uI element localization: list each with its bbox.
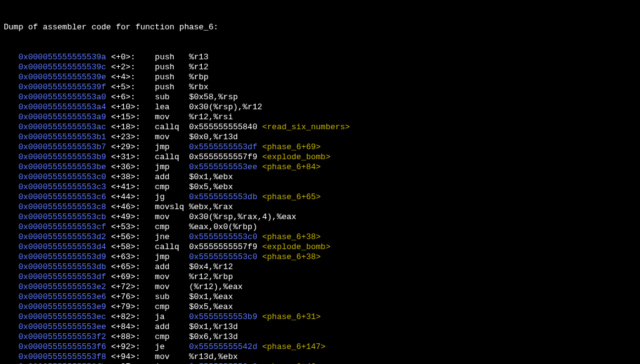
asm-row: 0x000055555555539e <+4>: push %rbp xyxy=(4,72,636,82)
asm-address: 0x00005555555553f8 xyxy=(18,352,106,362)
asm-row: 0x000055555555539a <+0>: push %r13 xyxy=(4,52,636,62)
asm-row: 0x00005555555553cf <+53>: cmp %eax,0x0(%… xyxy=(4,222,636,232)
asm-mnemonic: mov xyxy=(155,352,189,362)
asm-offset: <+65>: xyxy=(106,262,155,272)
asm-address: 0x00005555555553c6 xyxy=(18,192,106,202)
asm-mnemonic: sub xyxy=(155,92,189,102)
asm-operands: 0x30(%rsp),%r12 xyxy=(189,102,262,112)
asm-address: 0x00005555555553ee xyxy=(18,322,106,332)
jump-address: 0x5555555553df xyxy=(189,142,257,152)
asm-mnemonic: callq xyxy=(155,122,189,132)
asm-address: 0x00005555555553be xyxy=(18,162,106,172)
asm-operands: 0x5555555557f9 xyxy=(189,242,257,252)
symbol-ref: <phase_6+31> xyxy=(262,312,321,322)
asm-mnemonic: lea xyxy=(155,102,189,112)
asm-offset: <+92>: xyxy=(106,342,155,352)
asm-address: 0x00005555555553a0 xyxy=(18,92,106,102)
asm-mnemonic: mov xyxy=(155,132,189,142)
asm-address: 0x00005555555553cf xyxy=(18,222,106,232)
asm-mnemonic: mov xyxy=(155,212,189,222)
jump-address: 0x5555555553c0 xyxy=(189,232,257,242)
asm-operands: $0x0,%r13d xyxy=(189,132,238,142)
symbol-ref: <explode_bomb> xyxy=(262,242,331,252)
asm-mnemonic: mov xyxy=(155,112,189,122)
asm-address: 0x00005555555553c0 xyxy=(18,172,106,182)
asm-mnemonic: add xyxy=(155,262,189,272)
asm-mnemonic: movslq xyxy=(155,202,189,212)
symbol-ref: <phase_6+69> xyxy=(262,142,321,152)
row-indent xyxy=(4,72,18,82)
row-indent xyxy=(4,112,18,122)
asm-row: 0x00005555555553b9 <+31>: callq 0x555555… xyxy=(4,152,636,162)
asm-row: 0x00005555555553c8 <+46>: movslq %ebx,%r… xyxy=(4,202,636,212)
asm-address: 0x00005555555553b7 xyxy=(18,142,106,152)
asm-row: 0x00005555555553e9 <+79>: cmp $0x5,%eax xyxy=(4,302,636,312)
asm-address: 0x00005555555553db xyxy=(18,262,106,272)
asm-mnemonic: mov xyxy=(155,282,189,292)
row-indent xyxy=(4,282,18,292)
asm-offset: <+10>: xyxy=(106,102,155,112)
asm-offset: <+69>: xyxy=(106,272,155,282)
asm-offset: <+36>: xyxy=(106,162,155,172)
asm-row: 0x00005555555553ac <+18>: callq 0x555555… xyxy=(4,122,636,132)
asm-mnemonic: push xyxy=(155,82,189,92)
asm-address: 0x00005555555553c3 xyxy=(18,182,106,192)
asm-offset: <+63>: xyxy=(106,252,155,262)
asm-operands: %r13d,%ebx xyxy=(189,352,238,362)
asm-mnemonic: jmp xyxy=(155,142,189,152)
asm-row: 0x00005555555553cb <+49>: mov 0x30(%rsp,… xyxy=(4,212,636,222)
asm-operands: %r12 xyxy=(189,62,208,72)
symbol-ref: <phase_6+38> xyxy=(262,232,321,242)
asm-row: 0x00005555555553c3 <+41>: cmp $0x5,%ebx xyxy=(4,182,636,192)
asm-offset: <+6>: xyxy=(106,92,155,102)
asm-address: 0x00005555555553ac xyxy=(18,122,106,132)
asm-address: 0x00005555555553f6 xyxy=(18,342,106,352)
dump-header: Dump of assembler code for function phas… xyxy=(4,22,636,32)
row-indent xyxy=(4,232,18,242)
row-indent xyxy=(4,192,18,202)
asm-mnemonic: cmp xyxy=(155,182,189,192)
asm-address: 0x00005555555553b1 xyxy=(18,132,106,142)
asm-address: 0x00005555555553c8 xyxy=(18,202,106,212)
asm-mnemonic: jmp xyxy=(155,162,189,172)
asm-offset: <+46>: xyxy=(106,202,155,212)
row-indent xyxy=(4,212,18,222)
asm-mnemonic: ja xyxy=(155,312,189,322)
asm-row: 0x00005555555553f2 <+88>: cmp $0x6,%r13d xyxy=(4,332,636,342)
asm-row: 0x00005555555553d9 <+63>: jmp 0x55555555… xyxy=(4,252,636,262)
row-indent xyxy=(4,172,18,182)
asm-operands: 0x30(%rsp,%rax,4),%eax xyxy=(189,212,296,222)
asm-address: 0x00005555555553e6 xyxy=(18,292,106,302)
asm-offset: <+29>: xyxy=(106,142,155,152)
asm-address: 0x000055555555539a xyxy=(18,52,106,62)
asm-operands: %rbp xyxy=(189,72,208,82)
asm-offset: <+84>: xyxy=(106,322,155,332)
asm-offset: <+15>: xyxy=(106,112,155,122)
asm-operands: %eax,0x0(%rbp) xyxy=(189,222,257,232)
asm-mnemonic: cmp xyxy=(155,302,189,312)
asm-mnemonic: push xyxy=(155,62,189,72)
asm-offset: <+49>: xyxy=(106,212,155,222)
asm-offset: <+4>: xyxy=(106,72,155,82)
asm-mnemonic: jmp xyxy=(155,252,189,262)
asm-address: 0x00005555555553e9 xyxy=(18,302,106,312)
row-indent xyxy=(4,322,18,332)
asm-operands: 0x5555555557f9 xyxy=(189,152,257,162)
asm-offset: <+79>: xyxy=(106,302,155,312)
asm-row: 0x000055555555539f <+5>: push %rbx xyxy=(4,82,636,92)
asm-operands: $0x1,%eax xyxy=(189,292,232,302)
asm-mnemonic: callq xyxy=(155,242,189,252)
asm-address: 0x000055555555539e xyxy=(18,72,106,82)
row-indent xyxy=(4,332,18,342)
asm-row: 0x00005555555553a9 <+15>: mov %r12,%rsi xyxy=(4,112,636,122)
asm-offset: <+41>: xyxy=(106,182,155,192)
gdb-terminal[interactable]: Dump of assembler code for function phas… xyxy=(0,0,640,364)
asm-mnemonic: add xyxy=(155,322,189,332)
asm-mnemonic: cmp xyxy=(155,332,189,342)
asm-offset: <+44>: xyxy=(106,192,155,202)
asm-offset: <+31>: xyxy=(106,152,155,162)
asm-row: 0x00005555555553be <+36>: jmp 0x55555555… xyxy=(4,162,636,172)
asm-offset: <+82>: xyxy=(106,312,155,322)
asm-row: 0x00005555555553e6 <+76>: sub $0x1,%eax xyxy=(4,292,636,302)
row-indent xyxy=(4,292,18,302)
